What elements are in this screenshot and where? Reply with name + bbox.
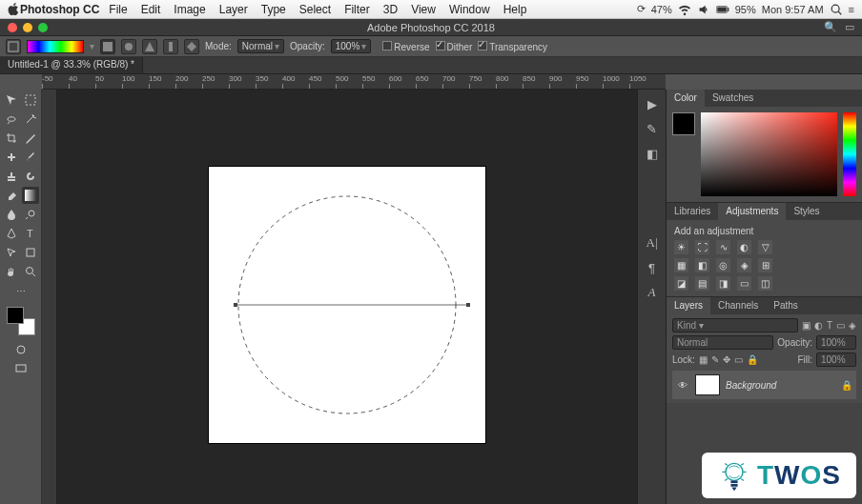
crop-tool[interactable] [3, 130, 20, 147]
filter-smart-icon[interactable]: ◈ [849, 320, 856, 331]
tab-styles[interactable]: Styles [786, 203, 827, 220]
adj-vibrance-icon[interactable]: ▽ [758, 240, 772, 254]
pen-tool[interactable] [3, 225, 20, 242]
lasso-tool[interactable] [3, 111, 20, 128]
adj-bw-icon[interactable]: ◧ [695, 258, 709, 272]
adj-gradmap-icon[interactable]: ▭ [737, 276, 751, 291]
menu-icon[interactable]: ≡ [849, 4, 854, 15]
gradient-linear-icon[interactable] [100, 39, 115, 54]
adj-hue-icon[interactable]: ▦ [674, 258, 688, 272]
layer-thumbnail[interactable] [695, 374, 720, 395]
stamp-tool[interactable] [3, 168, 20, 185]
path-select-tool[interactable] [3, 244, 20, 261]
tab-color[interactable]: Color [667, 90, 705, 107]
lock-pixels-icon[interactable]: ✎ [711, 354, 719, 365]
adj-levels-icon[interactable]: ⛶ [695, 240, 709, 254]
history-panel-icon[interactable]: ▶ [644, 95, 661, 112]
dither-checkbox[interactable] [436, 41, 445, 50]
ruler-vertical[interactable] [42, 90, 57, 504]
blur-tool[interactable] [3, 206, 20, 223]
ruler-horizontal[interactable]: -504050100150200250300350400450500550600… [42, 74, 666, 90]
tab-paths[interactable]: Paths [766, 297, 806, 314]
clock[interactable]: Mon 9:57 AM [762, 4, 824, 15]
blend-mode-select[interactable]: Normal ▾ [237, 39, 284, 53]
filter-type-icon[interactable]: T [827, 320, 832, 331]
menu-filter[interactable]: Filter [344, 3, 370, 16]
menu-view[interactable]: View [411, 3, 436, 16]
lock-transparency-icon[interactable]: ▦ [699, 354, 708, 365]
char-panel-icon[interactable]: A| [644, 234, 661, 252]
file-tab[interactable]: Untitled-1 @ 33.3% (RGB/8) * [0, 57, 143, 73]
move-tool[interactable] [3, 91, 20, 109]
gradient-reflected-icon[interactable] [163, 39, 178, 54]
zoom-button[interactable] [38, 23, 48, 32]
heal-tool[interactable] [3, 149, 20, 166]
wand-tool[interactable] [22, 111, 39, 128]
menu-window[interactable]: Window [449, 3, 490, 16]
menu-edit[interactable]: Edit [141, 3, 161, 16]
menu-file[interactable]: File [109, 3, 127, 16]
quickmask-toggle[interactable] [12, 341, 30, 358]
adj-lut-icon[interactable]: ⊞ [758, 258, 772, 272]
history-brush-tool[interactable] [22, 168, 39, 185]
screenmode-toggle[interactable] [12, 360, 30, 377]
filter-shape-icon[interactable]: ▭ [836, 320, 845, 331]
transparency-checkbox[interactable] [478, 41, 487, 50]
layer-blend-select[interactable]: Normal [672, 335, 773, 350]
shape-tool[interactable] [22, 244, 39, 261]
eyedropper-tool[interactable] [22, 130, 39, 147]
menu-type[interactable]: Type [261, 3, 286, 16]
layer-row[interactable]: 👁 Background 🔒 [672, 371, 856, 399]
swatches-panel-icon[interactable]: ◧ [644, 145, 661, 162]
dodge-tool[interactable] [22, 206, 39, 223]
tool-preset-icon[interactable] [6, 39, 21, 54]
marquee-tool[interactable] [22, 91, 39, 109]
color-swatches[interactable] [7, 307, 35, 335]
adj-photo-filter-icon[interactable]: ◎ [716, 258, 730, 272]
layer-fill-value[interactable]: 100% [816, 353, 856, 367]
opacity-select[interactable]: 100% ▾ [331, 39, 372, 53]
menu-image[interactable]: Image [174, 3, 205, 16]
layer-filter-kind[interactable]: Kind ▾ [672, 318, 798, 333]
type-tool[interactable]: T [22, 225, 39, 242]
brush-tool[interactable] [22, 149, 39, 166]
hand-tool[interactable] [3, 263, 20, 280]
gradient-diamond-icon[interactable] [184, 39, 199, 54]
tab-channels[interactable]: Channels [710, 297, 766, 314]
lock-position-icon[interactable]: ✥ [723, 354, 730, 365]
minimize-button[interactable] [23, 23, 32, 32]
adj-exposure-icon[interactable]: ◐ [737, 240, 751, 254]
document-canvas[interactable] [209, 167, 485, 443]
color-field[interactable] [701, 112, 837, 196]
lock-artboard-icon[interactable]: ▭ [734, 354, 743, 365]
visibility-icon[interactable]: 👁 [676, 380, 689, 391]
search-icon[interactable] [830, 3, 843, 16]
close-button[interactable] [8, 23, 17, 32]
workspace-search-icon[interactable]: 🔍 [824, 21, 837, 33]
workspace-switcher[interactable]: ▭ [845, 21, 854, 33]
adj-poster-icon[interactable]: ▤ [695, 276, 709, 291]
para-panel-icon[interactable]: ¶ [644, 259, 661, 276]
glyph-panel-icon[interactable]: A [644, 284, 661, 301]
reverse-checkbox[interactable] [382, 41, 392, 50]
apple-icon[interactable] [8, 3, 20, 15]
lock-all-icon[interactable]: 🔒 [747, 354, 758, 365]
layer-opacity-value[interactable]: 100% [816, 335, 856, 350]
gradient-preview[interactable] [27, 40, 84, 53]
wifi-icon[interactable] [678, 3, 691, 16]
gradient-radial-icon[interactable] [121, 39, 136, 54]
edit-toolbar[interactable]: ⋯ [3, 282, 39, 299]
brushes-panel-icon[interactable]: ✎ [644, 120, 661, 137]
menu-select[interactable]: Select [299, 3, 331, 16]
foreground-color[interactable] [7, 307, 24, 324]
zoom-tool[interactable] [22, 263, 39, 280]
adj-brightness-icon[interactable]: ☀ [674, 240, 688, 254]
tab-adjustments[interactable]: Adjustments [718, 203, 786, 220]
filter-adjust-icon[interactable]: ◐ [814, 320, 823, 331]
app-name[interactable]: Photoshop CC [20, 3, 99, 16]
adj-invert-icon[interactable]: ◪ [674, 276, 688, 291]
eraser-tool[interactable] [3, 187, 20, 204]
menu-help[interactable]: Help [503, 3, 527, 16]
adj-selcolor-icon[interactable]: ◫ [758, 276, 772, 291]
gradient-tool[interactable] [22, 187, 39, 204]
